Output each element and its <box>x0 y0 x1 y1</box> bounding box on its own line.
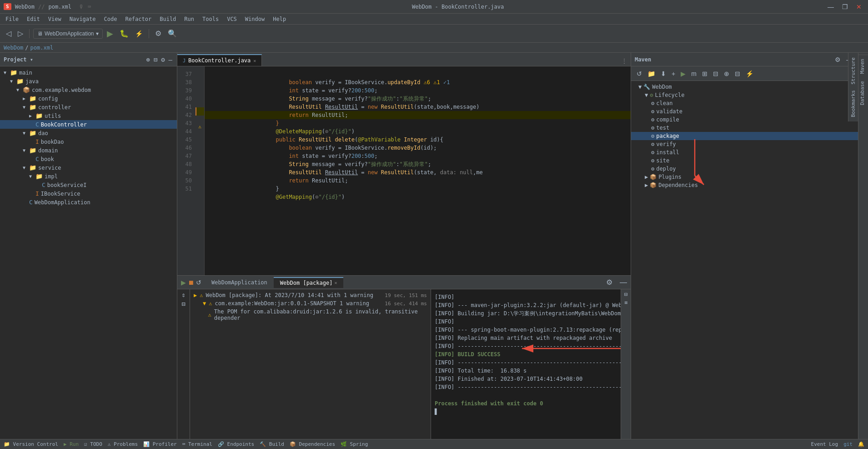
maven-item-install[interactable]: ⚙ install <box>631 148 858 156</box>
build-item-webdom[interactable]: ▶ ⚠ WebDom [package]: At 2023/7/10 14:41… <box>190 291 431 299</box>
maven-item-package[interactable]: ⚙ package <box>631 132 858 140</box>
settings-button[interactable]: ⚙ <box>153 28 164 39</box>
status-todo[interactable]: ☑ TODO <box>84 441 102 447</box>
maven-item-verify[interactable]: ⚙ verify <box>631 140 858 148</box>
bottom-panel-close[interactable]: — <box>616 277 631 288</box>
editor-options-icon[interactable]: ⋮ <box>618 56 631 66</box>
run-rerun-button[interactable]: ↺ <box>196 279 201 286</box>
sidebar-database-tab[interactable]: Database <box>858 77 868 109</box>
tree-item-bookcontroller[interactable]: ▶ C BookController <box>0 120 177 129</box>
tab-webdom-package[interactable]: WebDom [package] ✕ <box>274 277 344 288</box>
bottom-panel-settings[interactable]: ⚙ <box>602 276 616 288</box>
maven-settings-icon[interactable]: ⚙ <box>833 55 843 64</box>
maven-skip-icon[interactable]: ⊟ <box>711 69 720 78</box>
status-notification-icon[interactable]: 🔔 <box>858 441 864 447</box>
status-git[interactable]: git <box>843 441 853 447</box>
sidebar-structure-tab[interactable]: Structure <box>849 55 857 87</box>
sidebar-close-icon[interactable]: — <box>168 55 173 64</box>
status-event-log[interactable]: Event Log <box>811 441 838 447</box>
tree-item-com-example[interactable]: ▼ 📦 com.example.webdom <box>0 86 177 94</box>
maven-download-icon[interactable]: ⬇ <box>659 69 668 78</box>
status-dependencies[interactable]: 📦 Dependencies <box>290 441 335 447</box>
menu-navigate[interactable]: Navigate <box>66 15 100 23</box>
forward-button[interactable]: ▷ <box>15 28 25 39</box>
tree-item-main[interactable]: ▼ 📁 main <box>0 68 177 77</box>
maven-item-clean[interactable]: ⚙ clean <box>631 99 858 107</box>
maven-collapse-icon[interactable]: ⊟ <box>733 69 742 78</box>
status-endpoints[interactable]: 🔗 Endpoints <box>218 441 254 447</box>
maven-item-deploy[interactable]: ⚙ deploy <box>631 165 858 173</box>
maven-item-site[interactable]: ⚙ site <box>631 156 858 165</box>
tree-item-webdomapplication[interactable]: ▶ C WebDomApplication <box>0 198 177 207</box>
tab-close-icon[interactable]: ✕ <box>253 58 256 63</box>
maven-run-icon[interactable]: ▶ <box>679 69 687 78</box>
menu-window[interactable]: Window <box>241 15 268 23</box>
tab-bookcontroller[interactable]: J BookController.java ✕ <box>177 54 262 66</box>
run-config-dropdown[interactable]: 🖥 WebDomApplication ▾ <box>33 29 103 39</box>
status-problems[interactable]: ⚠ Problems <box>108 441 138 447</box>
maven-item-validate[interactable]: ⚙ validate <box>631 107 858 116</box>
run-button[interactable]: ▶ <box>105 27 115 40</box>
build-item-pom[interactable]: ⚠ The POM for com.alibaba:druid:jar:1.2.… <box>190 308 431 322</box>
menu-run[interactable]: Run <box>181 15 198 23</box>
maven-add-icon[interactable]: 📁 <box>646 69 657 78</box>
tree-item-java[interactable]: ▼ 📁 java <box>0 77 177 86</box>
sidebar-maven-tab[interactable]: Maven <box>858 55 868 77</box>
run-side-expand-icon[interactable]: ⇕ <box>181 291 185 298</box>
status-build[interactable]: 🔨 Build <box>260 441 284 447</box>
tree-item-book[interactable]: ▶ C book <box>0 155 177 163</box>
tab-webdomapp[interactable]: WebDomApplication <box>205 277 274 288</box>
maven-item-test[interactable]: ⚙ test <box>631 124 858 132</box>
sidebar-bookmarks-tab[interactable]: Bookmarks <box>849 87 857 120</box>
status-profiler[interactable]: 📊 Profiler <box>143 441 177 447</box>
run-right-icon-2[interactable]: ≡ <box>624 299 627 306</box>
maven-thread-icon[interactable]: ⊞ <box>700 69 709 78</box>
status-terminal[interactable]: ⌨ Terminal <box>182 441 212 447</box>
code-area[interactable]: boolean verify = IBookService.updateById… <box>205 66 631 275</box>
maven-item-webdom[interactable]: ▼ 🔧 WebDom <box>631 83 858 91</box>
tree-item-bookdao[interactable]: ▶ I bookDao <box>0 137 177 146</box>
menu-refactor[interactable]: Refactor <box>121 15 155 23</box>
status-version-control[interactable]: 📁 Version Control <box>4 441 58 447</box>
maven-item-lifecycle[interactable]: ▼ ⚙ Lifecycle <box>631 91 858 99</box>
menu-build[interactable]: Build <box>156 15 180 23</box>
menu-vcs[interactable]: VCS <box>223 15 241 23</box>
tree-item-utils[interactable]: ▶ 📁 utils <box>0 111 177 120</box>
tab-package-close-icon[interactable]: ✕ <box>334 280 337 285</box>
maven-link-icon[interactable]: ⚡ <box>744 69 755 78</box>
expand-all-icon[interactable]: ⊕ <box>145 55 151 64</box>
build-item-snapshot[interactable]: ▼ ⚠ com.example:WebDom:jar:0.0.1-SNAPSHO… <box>190 299 431 308</box>
status-run[interactable]: ▶ Run <box>64 441 79 447</box>
maven-item-compile[interactable]: ⚙ compile <box>631 116 858 124</box>
tree-item-domain[interactable]: ▼ 📁 domain <box>0 146 177 155</box>
close-button[interactable]: ✕ <box>853 2 864 11</box>
tree-item-dao[interactable]: ▼ 📁 dao <box>0 129 177 137</box>
minimize-button[interactable]: — <box>825 2 837 11</box>
status-spring[interactable]: 🌿 Spring <box>341 441 368 447</box>
maven-item-dependencies[interactable]: ▶ 📦 Dependencies <box>631 181 858 189</box>
run-side-filter-icon[interactable]: ⊟ <box>181 300 185 308</box>
run-right-icon-1[interactable]: ⊟ <box>624 291 627 298</box>
coverage-button[interactable]: ⚡ <box>133 29 145 39</box>
tree-item-bookservicei[interactable]: ▶ C bookServiceI <box>0 181 177 189</box>
back-button[interactable]: ◁ <box>4 28 14 39</box>
tree-item-impl[interactable]: ▼ 📁 impl <box>0 172 177 181</box>
maven-item-plugins[interactable]: ▶ 📦 Plugins <box>631 173 858 181</box>
menu-code[interactable]: Code <box>100 15 121 23</box>
run-play-button[interactable]: ▶ <box>181 279 186 286</box>
maven-m-icon[interactable]: m <box>689 69 698 78</box>
run-stop-button[interactable]: ⏹ <box>188 279 194 286</box>
tree-item-config[interactable]: ▶ 📁 config <box>0 94 177 103</box>
maven-expand-icon[interactable]: ⊕ <box>722 69 731 78</box>
collapse-all-icon[interactable]: ⊟ <box>153 55 158 64</box>
menu-help[interactable]: Help <box>269 15 290 23</box>
menu-view[interactable]: View <box>45 15 65 23</box>
debug-button[interactable]: 🐛 <box>117 28 131 39</box>
tree-item-ibookservice[interactable]: ▶ I IBookService <box>0 189 177 198</box>
search-button[interactable]: 🔍 <box>166 28 179 39</box>
maven-reload-icon[interactable]: ↺ <box>635 69 644 78</box>
menu-edit[interactable]: Edit <box>23 15 44 23</box>
maven-plus-icon[interactable]: + <box>670 69 677 78</box>
tree-item-controller[interactable]: ▼ 📁 controller <box>0 103 177 111</box>
menu-tools[interactable]: Tools <box>199 15 222 23</box>
